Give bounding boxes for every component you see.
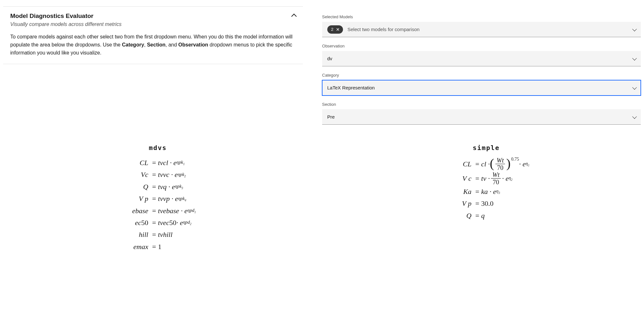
- section-label: Section: [322, 102, 641, 107]
- category-label: Category: [322, 73, 641, 78]
- equation-line: Q=tvq · eηpk3: [120, 181, 196, 193]
- section-field: Section Pre: [322, 102, 641, 125]
- equations-right-model: simple CL=cl · (Wt70)0.75 · eη1V c=tv · …: [329, 144, 644, 253]
- collapse-icon[interactable]: [291, 14, 297, 19]
- equation-line: V c=tv · Wt70 · eη2: [443, 171, 529, 186]
- observation-value: dv: [327, 56, 332, 61]
- selected-models-placeholder: Select two models for comparison: [347, 27, 420, 32]
- model-name-right: simple: [329, 144, 644, 152]
- equation-line: hill=tvhill: [120, 229, 196, 240]
- equations-left-model: mdvs CL=tvcl · eηpk1Vc=tvvc · eηpk2Q=tvq…: [0, 144, 316, 253]
- selected-models-field: Selected Models 2 ✕ Select two models fo…: [322, 14, 641, 37]
- equation-line: V p=tvvp · eηpk4: [120, 193, 196, 205]
- equation-line: CL=tvcl · eηpk1: [120, 157, 196, 169]
- observation-field: Observation dv: [322, 44, 641, 66]
- section-value: Pre: [327, 114, 335, 120]
- chevron-down-icon: [632, 56, 637, 60]
- category-field: Category LaTeX Representation: [322, 73, 641, 96]
- chevron-down-icon: [632, 27, 637, 31]
- equation-line: ebase=tvebase · eηpd1: [120, 205, 196, 217]
- chevron-down-icon: [632, 114, 637, 119]
- equation-line: Ka=ka · eη3: [443, 186, 529, 197]
- selected-count-chip: 2 ✕: [327, 25, 343, 34]
- equations-comparison: mdvs CL=tvcl · eηpk1Vc=tvvc · eηpk2Q=tvq…: [0, 144, 644, 253]
- category-value: LaTeX Representation: [327, 85, 375, 90]
- equation-line: emax=1: [120, 241, 196, 253]
- section-dropdown[interactable]: Pre: [322, 109, 641, 125]
- equation-line: V p=30.0: [443, 197, 529, 209]
- panel-title: Model Diagnostics Evaluator: [10, 13, 121, 20]
- panel-description: To compare models against each other sel…: [3, 33, 303, 57]
- equation-line: ec50=tvec50 · eηpd2: [120, 217, 196, 229]
- desc-bold-category: Category: [122, 42, 144, 47]
- equation-line: CL=cl · (Wt70)0.75 · eη1: [443, 157, 529, 171]
- category-dropdown[interactable]: LaTeX Representation: [322, 80, 641, 96]
- selected-models-dropdown[interactable]: 2 ✕ Select two models for comparison: [322, 22, 641, 37]
- desc-bold-observation: Observation: [178, 42, 208, 47]
- equation-line: Q=q: [443, 210, 529, 222]
- selected-models-label: Selected Models: [322, 14, 641, 19]
- diagnostics-panel: Model Diagnostics Evaluator Visually com…: [3, 6, 303, 64]
- panel-subtitle: Visually compare models across different…: [10, 21, 121, 27]
- chip-count: 2: [331, 27, 333, 32]
- desc-bold-section: Section: [147, 42, 166, 47]
- chip-clear-icon[interactable]: ✕: [336, 27, 340, 32]
- chevron-down-icon: [632, 85, 637, 89]
- observation-label: Observation: [322, 44, 641, 48]
- model-name-left: mdvs: [0, 144, 316, 152]
- observation-dropdown[interactable]: dv: [322, 51, 641, 66]
- equation-line: Vc=tvvc · eηpk2: [120, 169, 196, 180]
